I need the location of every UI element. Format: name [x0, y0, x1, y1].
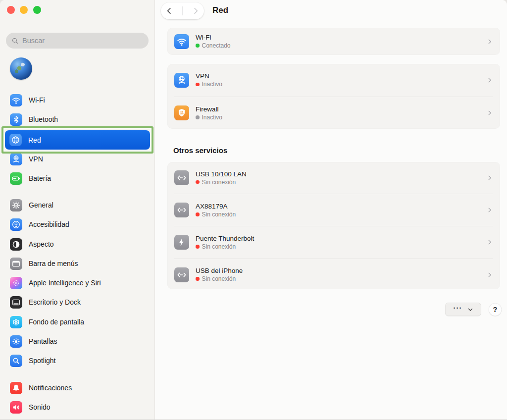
main-pane: Red Wi-Fi Conectado VPN Inactivo: [155, 0, 507, 420]
list-item-firewall[interactable]: Firewall Inactivo: [167, 97, 500, 129]
row-title: USB del iPhone: [196, 267, 243, 274]
list-item-ax88179a[interactable]: AX88179A Sin conexión: [167, 194, 500, 226]
row-title: VPN: [196, 72, 222, 80]
search-field[interactable]: [6, 33, 149, 49]
status-dot: [196, 83, 200, 87]
ethernet-icon: [174, 267, 189, 282]
sidebar-item-label: Accesibilidad: [29, 220, 69, 228]
chevron-right-icon: [486, 239, 493, 246]
notifications-icon: [10, 382, 22, 394]
list-item-usb-del-iphone[interactable]: USB del iPhone Sin conexión: [167, 259, 500, 289]
row-status: Sin conexión: [196, 243, 254, 250]
list-item-puente-thunderbolt[interactable]: Puente Thunderbolt Sin conexión: [167, 226, 500, 258]
wallpaper-icon: [10, 316, 22, 328]
sidebar-item-aspecto[interactable]: Aspecto: [5, 236, 150, 253]
sidebar-item-label: Escritorio y Dock: [29, 298, 81, 306]
sidebar-item-label: VPN: [29, 155, 43, 163]
sidebar-item-label: Fondo de pantalla: [29, 318, 84, 326]
accessibility-icon: [10, 218, 22, 231]
status-dot: [196, 277, 200, 281]
sidebar-item-spotlight[interactable]: Spotlight: [5, 352, 150, 369]
row-title: USB 10/100 LAN: [196, 170, 247, 178]
sidebar-item-bateria[interactable]: Batería: [5, 170, 150, 187]
ethernet-icon: [174, 170, 189, 185]
sidebar-item-bluetooth[interactable]: Bluetooth: [5, 111, 150, 128]
list-item-usb-lan[interactable]: USB 10/100 LAN Sin conexión: [167, 162, 500, 194]
list-item-wifi[interactable]: Wi-Fi Conectado: [167, 28, 500, 55]
sidebar-item-escritorio-y-dock[interactable]: Escritorio y Dock: [5, 294, 150, 311]
status-dot: [196, 212, 200, 216]
help-button[interactable]: ?: [489, 303, 502, 316]
row-title: Puente Thunderbolt: [196, 235, 254, 242]
sidebar-item-fondo-de-pantalla[interactable]: Fondo de pantalla: [5, 314, 150, 330]
chevron-right-icon: [486, 271, 493, 278]
row-status: Conectado: [196, 42, 231, 49]
network-globe-icon: [9, 134, 22, 146]
wifi-card: Wi-Fi Conectado: [167, 28, 500, 55]
chevron-right-icon: [486, 77, 493, 84]
thunderbolt-icon: [174, 235, 189, 250]
status-dot: [196, 180, 200, 184]
nav-buttons: [161, 2, 204, 19]
sidebar-item-label: Batería: [29, 174, 51, 182]
vpn-firewall-card: VPN Inactivo Firewall Inactivo: [167, 64, 500, 129]
bluetooth-icon: [10, 113, 22, 126]
battery-icon: [10, 172, 22, 185]
search-icon: [11, 37, 19, 45]
chevron-right-icon: [486, 109, 493, 116]
row-title: Wi-Fi: [196, 34, 231, 41]
sidebar-item-pantallas[interactable]: Pantallas: [5, 333, 150, 350]
sidebar-item-label: Aspecto: [29, 240, 54, 248]
more-options-button[interactable]: ···: [445, 303, 481, 316]
chevron-right-icon: [486, 207, 493, 213]
list-item-vpn[interactable]: VPN Inactivo: [167, 64, 500, 97]
system-settings-window: Wi-Fi Bluetooth Red VPN Batería General …: [0, 0, 507, 420]
back-button[interactable]: [165, 6, 174, 15]
row-status: Sin conexión: [196, 275, 243, 282]
zoom-button[interactable]: [33, 6, 41, 14]
divider: [182, 6, 183, 15]
sidebar-item-barra-de-menus[interactable]: Barra de menús: [5, 255, 150, 272]
sidebar-item-label: General: [29, 201, 53, 209]
vpn-icon: [10, 153, 22, 165]
page-title: Red: [212, 5, 228, 15]
sidebar-item-apple-intelligence-y-siri[interactable]: Apple Intelligence y Siri: [5, 274, 150, 291]
row-title: Firewall: [196, 105, 222, 113]
minimize-button[interactable]: [20, 6, 28, 14]
close-button[interactable]: [7, 6, 15, 14]
status-dot: [196, 44, 200, 48]
wifi-icon: [10, 94, 22, 106]
row-status: Inactivo: [196, 114, 222, 121]
sidebar-item-vpn[interactable]: VPN: [5, 151, 150, 167]
spotlight-icon: [10, 355, 22, 367]
section-title: Otros servicios: [173, 146, 227, 155]
sidebar: Wi-Fi Bluetooth Red VPN Batería General …: [0, 0, 155, 420]
sidebar-item-label: Pantallas: [29, 337, 57, 345]
sidebar-item-sonido[interactable]: Sonido: [5, 399, 150, 416]
chevron-down-icon: [467, 307, 473, 313]
row-status: Sin conexión: [196, 211, 236, 218]
sidebar-item-label: Apple Intelligence y Siri: [29, 279, 101, 287]
avatar[interactable]: [10, 57, 32, 80]
siri-icon: [10, 277, 22, 289]
vpn-icon: [174, 73, 189, 88]
row-title: AX88179A: [196, 203, 236, 210]
desktop-dock-icon: [10, 296, 22, 309]
chevron-left-icon: [165, 6, 174, 15]
chevron-right-icon: [486, 174, 493, 181]
sidebar-item-label: Wi-Fi: [29, 96, 45, 104]
sidebar-item-label: Spotlight: [29, 357, 55, 365]
displays-icon: [10, 335, 22, 348]
chevron-right-icon: [486, 38, 493, 45]
sidebar-item-notificaciones[interactable]: Notificaciones: [5, 379, 150, 396]
sound-icon: [10, 401, 22, 414]
sidebar-item-wifi[interactable]: Wi-Fi: [5, 92, 150, 108]
sidebar-item-accesibilidad[interactable]: Accesibilidad: [5, 216, 150, 233]
sidebar-item-red[interactable]: Red: [5, 130, 150, 150]
menu-bar-icon: [10, 258, 22, 270]
footer-actions: ··· ?: [445, 303, 502, 316]
sidebar-item-general[interactable]: General: [5, 197, 150, 213]
sidebar-item-label: Red: [28, 136, 41, 144]
search-input[interactable]: [22, 37, 144, 45]
forward-button[interactable]: [191, 6, 200, 15]
